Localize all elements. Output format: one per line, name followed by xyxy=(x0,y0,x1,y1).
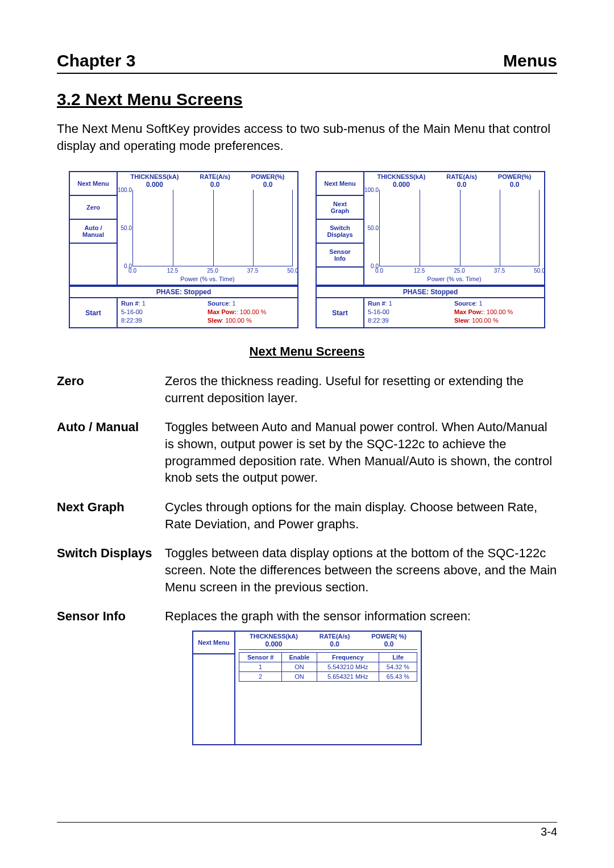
sensor-info-button[interactable]: Sensor Info xyxy=(317,244,363,268)
zero-button[interactable]: Zero xyxy=(70,196,117,220)
status-date: 5-16-00 xyxy=(121,308,208,316)
softkey-label: Manual xyxy=(82,231,104,238)
col-header: Life xyxy=(379,653,417,662)
readout-label: RATE(A/s) xyxy=(200,173,230,180)
status-label: Run # xyxy=(121,300,139,307)
x-tick: 12.5 xyxy=(414,268,425,274)
softkey-label: Zero xyxy=(86,204,100,211)
status-value: 100.00 % xyxy=(225,317,251,324)
status-label: Max Pow: xyxy=(454,308,483,315)
readouts-row: THICKNESS(kA) 0.000 RATE(A/s) 0.0 POWER(… xyxy=(118,172,297,190)
next-graph-button[interactable]: Next Graph xyxy=(317,196,363,220)
readout-value: 0.0 xyxy=(320,640,350,648)
cell: 65.43 % xyxy=(379,672,417,682)
softkey-column: Next Menu xyxy=(193,632,235,744)
status-grid: Run #: 1 Source: 1 5-16-00 Max Pow:: 100… xyxy=(364,298,544,327)
col-header: Sensor # xyxy=(239,653,282,662)
table-header-row: Sensor # Enable Frequency Life xyxy=(239,653,417,662)
phase-bar: PHASE: Stopped xyxy=(70,286,297,297)
status-value: 100.00 % xyxy=(240,308,266,315)
softkey-label: Next Menu xyxy=(324,180,356,187)
status-date: 5-16-00 xyxy=(368,308,454,316)
readout-value: 0.0 xyxy=(371,640,406,648)
x-tick: 37.5 xyxy=(247,268,258,274)
sensor-body: THICKNESS(kA) 0.000 RATE(A/s) 0.0 POWER(… xyxy=(235,632,421,744)
readout-label: RATE(A/s) xyxy=(446,173,477,180)
softkey-label: Switch xyxy=(330,224,350,231)
power-chart: 100.0 50.0 0.0 xyxy=(379,190,540,266)
phase-value: Stopped xyxy=(184,288,211,296)
next-menu-button[interactable]: Next Menu xyxy=(317,172,363,196)
softkey-label: Next Menu xyxy=(77,180,109,187)
definition-term: Next Graph xyxy=(57,499,165,532)
next-menu-button[interactable]: Next Menu xyxy=(70,172,117,196)
power-readout: POWER( %) 0.0 xyxy=(371,633,406,648)
softkey-label: Start xyxy=(85,309,101,317)
softkey-label: Next Menu xyxy=(198,639,230,646)
status-value: 1 xyxy=(142,300,146,307)
section-title: 3.2 Next Menu Screens xyxy=(57,90,557,109)
next-menu-button[interactable]: Next Menu xyxy=(193,632,234,654)
status-label: Source xyxy=(454,300,475,307)
readouts-row: THICKNESS(kA) 0.000 RATE(A/s) 0.0 POWER(… xyxy=(239,633,417,650)
status-label: Source xyxy=(208,300,229,307)
cell: 5.543210 MHz xyxy=(317,662,379,672)
table-row: 1 ON 5.543210 MHz 54.32 % xyxy=(239,662,417,672)
definition-term: Sensor Info xyxy=(57,608,165,625)
x-tick: 25.0 xyxy=(454,268,464,274)
chapter-topic: Menus xyxy=(503,51,557,70)
y-tick: 50.0 xyxy=(121,225,133,231)
rate-readout: RATE(A/s) 0.0 xyxy=(446,173,477,189)
switch-displays-button[interactable]: Switch Displays xyxy=(317,220,363,244)
auto-manual-button[interactable]: Auto / Manual xyxy=(70,220,117,244)
softkey-label: Auto / xyxy=(84,224,102,231)
power-readout: POWER(%) 0.0 xyxy=(251,173,285,189)
readout-value: 0.0 xyxy=(251,181,285,189)
softkey-label: Sensor xyxy=(329,248,350,255)
softkey-column: Next Menu Next Graph Switch Displays Sen… xyxy=(317,172,364,285)
softkey-label: Start xyxy=(332,309,347,317)
device-screen-left: Next Menu Zero Auto / Manual THICKNESS(k… xyxy=(69,171,298,328)
figure-caption: Next Menu Screens xyxy=(57,344,557,359)
status-label: Slew xyxy=(208,317,222,324)
readout-value: 0.0 xyxy=(446,181,477,189)
start-button[interactable]: Start xyxy=(317,298,364,327)
page-number: 3-4 xyxy=(541,825,557,838)
definition-row: Sensor Info Replaces the graph with the … xyxy=(57,608,557,625)
status-label: Max Pow: xyxy=(208,308,237,315)
status-time: 8:22:39 xyxy=(121,316,208,325)
col-header: Enable xyxy=(282,653,317,662)
status-time: 8:22:39 xyxy=(368,316,454,325)
thickness-readout: THICKNESS(kA) 0.000 xyxy=(130,173,179,189)
cell: 54.32 % xyxy=(379,662,417,672)
phase-value: Stopped xyxy=(430,288,458,296)
status-label: Slew xyxy=(454,317,468,324)
start-button[interactable]: Start xyxy=(70,298,118,327)
device-screens-row: Next Menu Zero Auto / Manual THICKNESS(k… xyxy=(57,171,557,328)
cell: 5.654321 MHz xyxy=(317,672,379,682)
device-screen-right: Next Menu Next Graph Switch Displays Sen… xyxy=(316,171,545,328)
definition-desc: Toggles between data display options at … xyxy=(165,545,557,595)
x-tick: 25.0 xyxy=(207,268,218,274)
status-label: Run # xyxy=(368,300,385,307)
page-header: Chapter 3 Menus xyxy=(57,51,557,74)
sensor-info-screen: Next Menu THICKNESS(kA) 0.000 RATE(A/s) … xyxy=(192,631,422,745)
status-value: 100.00 % xyxy=(487,308,513,315)
definition-desc: Zeros the thickness reading. Useful for … xyxy=(165,373,557,406)
status-value: 1 xyxy=(232,300,235,307)
readout-label: POWER(%) xyxy=(251,173,285,180)
definition-desc: Toggles between Auto and Manual power co… xyxy=(165,419,557,486)
definition-desc: Replaces the graph with the sensor infor… xyxy=(165,608,557,625)
thickness-readout: THICKNESS(kA) 0.000 xyxy=(377,173,425,189)
phase-label: PHASE: xyxy=(403,288,429,296)
status-value: 1 xyxy=(389,300,392,307)
y-tick: 50.0 xyxy=(368,225,380,231)
definition-row: Switch Displays Toggles between data dis… xyxy=(57,545,557,595)
col-header: Frequency xyxy=(317,653,379,662)
axis-title: Power (% vs. Time) xyxy=(364,276,544,282)
table-row: 2 ON 5.654321 MHz 65.43 % xyxy=(239,672,417,682)
y-tick: 100.0 xyxy=(364,187,380,193)
x-tick: 50.0 xyxy=(287,268,298,274)
graph-area: THICKNESS(kA) 0.000 RATE(A/s) 0.0 POWER(… xyxy=(118,172,297,285)
status-value: 100.00 % xyxy=(472,317,498,324)
